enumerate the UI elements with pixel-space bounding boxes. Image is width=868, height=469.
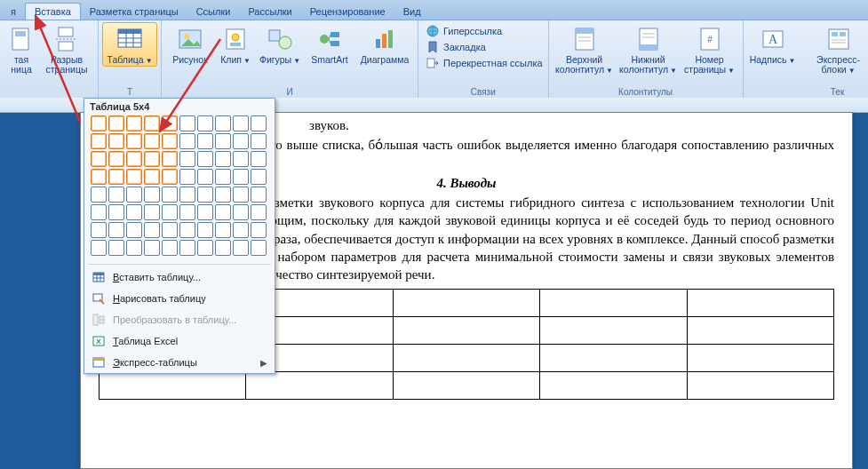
bookmark-button[interactable]: Закладка	[426, 40, 543, 54]
grid-cell[interactable]	[197, 115, 213, 131]
insert-table-item[interactable]: Вставить таблицу...	[84, 266, 275, 288]
grid-cell[interactable]	[162, 204, 178, 220]
grid-cell[interactable]	[179, 187, 195, 203]
grid-cell[interactable]	[233, 204, 249, 220]
grid-cell[interactable]	[251, 115, 267, 131]
grid-cell[interactable]	[108, 240, 124, 256]
tab-review[interactable]: Рецензирование	[301, 4, 394, 20]
grid-cell[interactable]	[251, 187, 267, 203]
header-button[interactable]: Верхний колонтитул▼	[553, 22, 617, 76]
grid-cell[interactable]	[108, 204, 124, 220]
grid-cell[interactable]	[179, 115, 195, 131]
grid-cell[interactable]	[126, 115, 142, 131]
grid-cell[interactable]	[108, 151, 124, 167]
grid-cell[interactable]	[91, 240, 107, 256]
quick-parts-button[interactable]: Экспресс-блоки▼	[799, 22, 868, 76]
grid-cell[interactable]	[126, 240, 142, 256]
grid-cell[interactable]	[233, 222, 249, 238]
grid-cell[interactable]	[233, 151, 249, 167]
grid-cell[interactable]	[251, 222, 267, 238]
grid-cell[interactable]	[251, 240, 267, 256]
tab-page-layout[interactable]: Разметка страницы	[81, 4, 187, 20]
tab-references[interactable]: Ссылки	[187, 4, 240, 20]
grid-cell[interactable]	[179, 240, 195, 256]
text-box-button[interactable]: A Надпись▼	[747, 22, 799, 67]
grid-cell[interactable]	[215, 204, 231, 220]
grid-cell[interactable]	[91, 187, 107, 203]
grid-cell[interactable]	[162, 169, 178, 185]
grid-cell[interactable]	[215, 133, 231, 149]
grid-cell[interactable]	[197, 151, 213, 167]
grid-cell[interactable]	[197, 222, 213, 238]
grid-cell[interactable]	[162, 222, 178, 238]
grid-cell[interactable]	[197, 133, 213, 149]
grid-cell[interactable]	[108, 169, 124, 185]
shapes-button[interactable]: Фигуры▼	[256, 22, 304, 67]
grid-cell[interactable]	[215, 240, 231, 256]
grid-cell[interactable]	[215, 115, 231, 131]
table-row[interactable]	[100, 372, 834, 400]
grid-cell[interactable]	[179, 169, 195, 185]
grid-cell[interactable]	[91, 115, 107, 131]
grid-cell[interactable]	[91, 222, 107, 238]
page-number-button[interactable]: # Номер страницы▼	[681, 22, 739, 76]
grid-cell[interactable]	[91, 151, 107, 167]
grid-cell[interactable]	[215, 222, 231, 238]
grid-cell[interactable]	[144, 151, 160, 167]
tab-view[interactable]: Вид	[394, 4, 430, 20]
grid-cell[interactable]	[126, 222, 142, 238]
table-button[interactable]: Таблица▼	[102, 22, 157, 67]
grid-cell[interactable]	[233, 133, 249, 149]
grid-cell[interactable]	[233, 187, 249, 203]
grid-cell[interactable]	[126, 187, 142, 203]
grid-cell[interactable]	[144, 133, 160, 149]
grid-cell[interactable]	[215, 187, 231, 203]
grid-cell[interactable]	[215, 151, 231, 167]
smartart-button[interactable]: SmartArt	[304, 22, 355, 66]
grid-cell[interactable]	[162, 240, 178, 256]
grid-cell[interactable]	[108, 115, 124, 131]
cross-reference-button[interactable]: Перекрестная ссылка	[426, 56, 543, 70]
excel-table-item[interactable]: X Таблица Excel	[84, 330, 275, 352]
grid-cell[interactable]	[197, 169, 213, 185]
clip-button[interactable]: Клип▼	[215, 22, 256, 67]
grid-cell[interactable]	[197, 187, 213, 203]
grid-cell[interactable]	[179, 204, 195, 220]
grid-cell[interactable]	[126, 151, 142, 167]
grid-cell[interactable]	[144, 204, 160, 220]
insert-table-grid[interactable]	[84, 115, 275, 262]
tab-insert[interactable]: Вставка	[25, 3, 81, 20]
grid-cell[interactable]	[108, 187, 124, 203]
grid-cell[interactable]	[126, 169, 142, 185]
grid-cell[interactable]	[251, 133, 267, 149]
grid-cell[interactable]	[162, 133, 178, 149]
grid-cell[interactable]	[233, 240, 249, 256]
grid-cell[interactable]	[197, 204, 213, 220]
grid-cell[interactable]	[126, 204, 142, 220]
grid-cell[interactable]	[162, 115, 178, 131]
grid-cell[interactable]	[233, 169, 249, 185]
grid-cell[interactable]	[215, 169, 231, 185]
footer-button[interactable]: Нижний колонтитул▼	[617, 22, 681, 76]
picture-button[interactable]: Рисунок	[165, 22, 215, 66]
grid-cell[interactable]	[179, 222, 195, 238]
draw-table-item[interactable]: Нарисовать таблицу	[84, 288, 275, 309]
grid-cell[interactable]	[179, 133, 195, 149]
grid-cell[interactable]	[233, 115, 249, 131]
grid-cell[interactable]	[91, 133, 107, 149]
grid-cell[interactable]	[144, 240, 160, 256]
grid-cell[interactable]	[108, 222, 124, 238]
grid-cell[interactable]	[108, 133, 124, 149]
grid-cell[interactable]	[162, 151, 178, 167]
grid-cell[interactable]	[91, 204, 107, 220]
grid-cell[interactable]	[162, 187, 178, 203]
grid-cell[interactable]	[179, 151, 195, 167]
grid-cell[interactable]	[251, 169, 267, 185]
hyperlink-button[interactable]: Гиперссылка	[426, 24, 543, 38]
tab-mailings[interactable]: Рассылки	[239, 4, 300, 20]
grid-cell[interactable]	[91, 169, 107, 185]
grid-cell[interactable]	[126, 133, 142, 149]
cover-page-button[interactable]: тая ница	[4, 22, 39, 76]
grid-cell[interactable]	[144, 222, 160, 238]
page-break-button[interactable]: Разрыв страницы	[39, 22, 94, 76]
